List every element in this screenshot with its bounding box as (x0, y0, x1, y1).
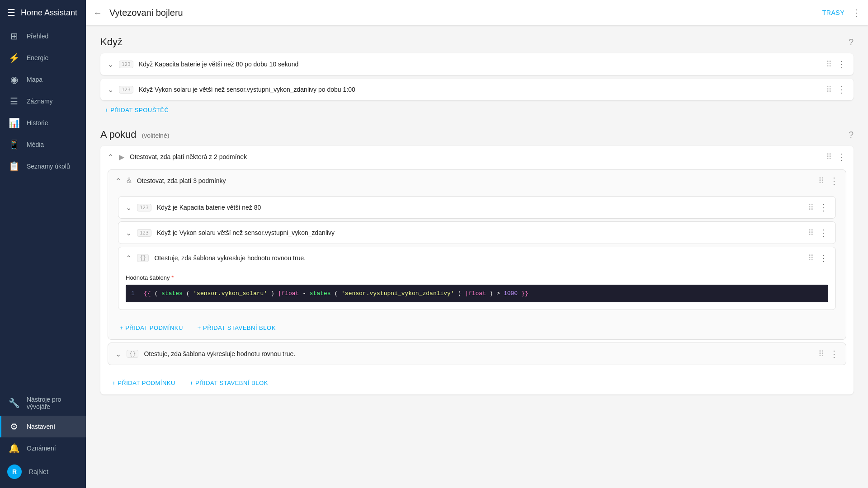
child-2-expand-icon[interactable]: ⌄ (126, 229, 132, 237)
child-row-1: ⌄ 123 Když je Kapacita baterie větší než… (118, 197, 835, 218)
child-1-drag-icon[interactable]: ⠿ (808, 202, 814, 212)
logic-group-drag-icon[interactable]: ⠿ (818, 176, 824, 186)
sidebar-item-historie[interactable]: 📊 Historie (0, 112, 86, 134)
sidebar-item-nastaveni[interactable]: ⚙ Nastavení (0, 416, 86, 437)
add-podminka-inner-button[interactable]: + PŘIDAT PODMÍNKU (115, 322, 188, 334)
trigger-2-expand-icon[interactable]: ⌄ (108, 85, 113, 94)
logic-group-add-buttons: + PŘIDAT PODMÍNKU + PŘIDAT STAVEBNÍ BLOK (108, 316, 846, 339)
child-2-badge: 123 (137, 229, 151, 237)
condition-row-1: ⌃ ▶ Otestovat, zda platí některá z 2 pod… (100, 146, 854, 168)
add-trigger-button[interactable]: + PŘIDAT SPOUŠTĚČ (100, 104, 173, 116)
child-2-more-icon[interactable]: ⋮ (819, 227, 828, 238)
sidebar-item-zaznamy[interactable]: ☰ Záznamy (0, 90, 86, 112)
child-row-2: ⌄ 123 Když je Vykon solaru větší než sen… (118, 222, 835, 244)
sidebar-item-energie[interactable]: ⚡ Energie (0, 47, 86, 69)
menu-icon[interactable]: ☰ (7, 7, 15, 18)
condition-2-badge: {} (127, 350, 138, 358)
logic-group-row: ⌃ & Otestovat, zda platí 3 podmínky ⠿ ⋮ (108, 170, 846, 192)
bell-icon: 🔔 (9, 443, 19, 454)
sidebar-bottom: 🔧 Nástroje pro vývojáře ⚙ Nastavení 🔔 Oz… (0, 390, 86, 488)
condition-row-2: ⌄ {} Otestuje, zda šablona vykresluje ho… (108, 343, 846, 365)
sidebar-item-prehled[interactable]: ⊞ Přehled (0, 25, 86, 47)
trigger-row-1: ⌄ 123 Když Kapacita baterie je větší než… (100, 53, 854, 75)
condition-2-label: Otestuje, zda šablona vykresluje hodnotu… (144, 350, 813, 357)
condition-card-2: ⌄ {} Otestuje, zda šablona vykresluje ho… (108, 343, 846, 365)
kdyz-title: Když (100, 36, 123, 48)
field-label: Hodnota šablony * (126, 274, 828, 281)
trigger-2-drag-icon[interactable]: ⠿ (826, 84, 832, 94)
child-3-badge: {} (137, 254, 149, 262)
app-title: Home Assistant (21, 8, 77, 18)
trigger-row-2: ⌄ 123 Když Vykon solaru je větší než sen… (100, 79, 854, 100)
child-3-drag-icon[interactable]: ⠿ (808, 253, 814, 263)
apokud-help-icon[interactable]: ? (849, 130, 854, 140)
logic-group-expand-icon[interactable]: ⌃ (115, 177, 121, 185)
sidebar-item-oznámení[interactable]: 🔔 Oznámení (0, 437, 86, 459)
line-number: 1 (131, 290, 138, 297)
trigger-2-label: Když Vykon solaru je větší než sensor.vy… (139, 86, 821, 93)
trasy-link[interactable]: TRASY (822, 9, 844, 16)
logic-group-more-icon[interactable]: ⋮ (830, 175, 839, 186)
zaznamy-icon: ☰ (9, 96, 19, 107)
trigger-2-more-icon[interactable]: ⋮ (837, 84, 846, 95)
child-3-more-icon[interactable]: ⋮ (819, 253, 828, 263)
trigger-1-more-icon[interactable]: ⋮ (837, 59, 846, 70)
condition-2-expand-icon[interactable]: ⌄ (115, 350, 121, 358)
logic-icon: & (127, 177, 132, 185)
apokud-title: A pokud (volitelné) (100, 129, 169, 141)
sidebar-nav: ⊞ Přehled ⚡ Energie ◉ Mapa ☰ Záznamy 📊 H… (0, 25, 86, 390)
page-title: Vytezovani bojleru (109, 8, 815, 18)
sidebar-item-user[interactable]: R RajNet (0, 459, 86, 484)
child-1-expand-icon[interactable]: ⌄ (126, 203, 132, 212)
trigger-2-badge: 123 (119, 86, 133, 94)
code-line-1: 1 {{ ( states ( 'sensor.vykon_solaru' (131, 290, 823, 297)
trigger-1-expand-icon[interactable]: ⌄ (108, 60, 113, 69)
condition-2-drag-icon[interactable]: ⠿ (818, 349, 824, 359)
mapa-icon: ◉ (9, 74, 19, 85)
child-card-2: ⌄ 123 Když je Vykon solaru větší než sen… (118, 221, 836, 244)
child-2-drag-icon[interactable]: ⠿ (808, 228, 814, 238)
add-stavebni-inner-button[interactable]: + PŘIDAT STAVEBNÍ BLOK (193, 322, 280, 334)
code-content: {{ ( states ( 'sensor.vykon_solaru' ) |f… (144, 290, 528, 297)
topbar: ← Vytezovani bojleru TRASY ⋮ (86, 0, 868, 25)
condition-2-more-icon[interactable]: ⋮ (830, 348, 839, 359)
condition-1-more-icon[interactable]: ⋮ (837, 151, 846, 162)
apokud-section: A pokud (volitelné) ? ⌃ ▶ Otestovat, zda… (100, 129, 854, 394)
back-button[interactable]: ← (93, 8, 102, 18)
kdyz-section-header: Když ? (100, 36, 854, 48)
prehled-icon: ⊞ (9, 31, 19, 42)
sidebar-item-seznamy-ukolu[interactable]: 📋 Seznamy úkolů (0, 155, 86, 177)
child-3-label: Otestuje, zda šablona vykresluje hodnotu… (154, 254, 802, 262)
kdyz-help-icon[interactable]: ? (849, 37, 854, 47)
topbar-more-icon[interactable]: ⋮ (852, 7, 861, 18)
trigger-1-badge: 123 (119, 61, 133, 68)
sidebar-item-media[interactable]: 📱 Média (0, 134, 86, 155)
condition-1-drag-icon[interactable]: ⠿ (826, 152, 832, 162)
trigger-card-1: ⌄ 123 Když Kapacita baterie je větší než… (100, 53, 854, 75)
logic-group-card: ⌃ & Otestovat, zda platí 3 podmínky ⠿ ⋮ (108, 169, 846, 340)
kdyz-section: Když ? ⌄ 123 Když Kapacita baterie je vě… (100, 36, 854, 116)
add-stavebni-outer-button[interactable]: + PŘIDAT STAVEBNÍ BLOK (185, 377, 273, 389)
template-field-area: Hodnota šablony * 1 {{ ( (118, 269, 835, 310)
sidebar: ☰ Home Assistant ⊞ Přehled ⚡ Energie ◉ M… (0, 0, 86, 488)
logic-group-label: Otestovat, zda platí 3 podmínky (137, 177, 813, 184)
main-area: ← Vytezovani bojleru TRASY ⋮ Když ? ⌄ 12… (86, 0, 868, 488)
logic-group-children: ⌄ 123 Když je Kapacita baterie větší než… (108, 192, 846, 316)
sidebar-item-mapa[interactable]: ◉ Mapa (0, 69, 86, 90)
topbar-right: TRASY ⋮ (822, 7, 861, 18)
child-3-expand-icon[interactable]: ⌃ (126, 254, 132, 263)
condition-1-label: Otestovat, zda platí některá z 2 podmíne… (130, 153, 821, 160)
child-1-more-icon[interactable]: ⋮ (819, 202, 828, 213)
add-podminka-outer-button[interactable]: + PŘIDAT PODMÍNKU (108, 377, 180, 389)
trigger-card-2: ⌄ 123 Když Vykon solaru je větší než sen… (100, 79, 854, 100)
sidebar-item-nastroje[interactable]: 🔧 Nástroje pro vývojáře (0, 390, 86, 416)
trigger-1-drag-icon[interactable]: ⠿ (826, 59, 832, 69)
outer-add-buttons: + PŘIDAT PODMÍNKU + PŘIDAT STAVEBNÍ BLOK (100, 371, 854, 394)
media-icon: 📱 (9, 139, 19, 150)
child-row-3: ⌃ {} Otestuje, zda šablona vykresluje ho… (118, 247, 835, 269)
code-editor[interactable]: 1 {{ ( states ( 'sensor.vykon_solaru' (126, 285, 828, 302)
nastaveni-icon: ⚙ (9, 421, 19, 432)
condition-1-nested: ⌃ & Otestovat, zda platí 3 podmínky ⠿ ⋮ (100, 168, 854, 371)
condition-1-expand-icon[interactable]: ⌃ (108, 153, 113, 161)
filter-icon: ▶ (119, 153, 124, 161)
